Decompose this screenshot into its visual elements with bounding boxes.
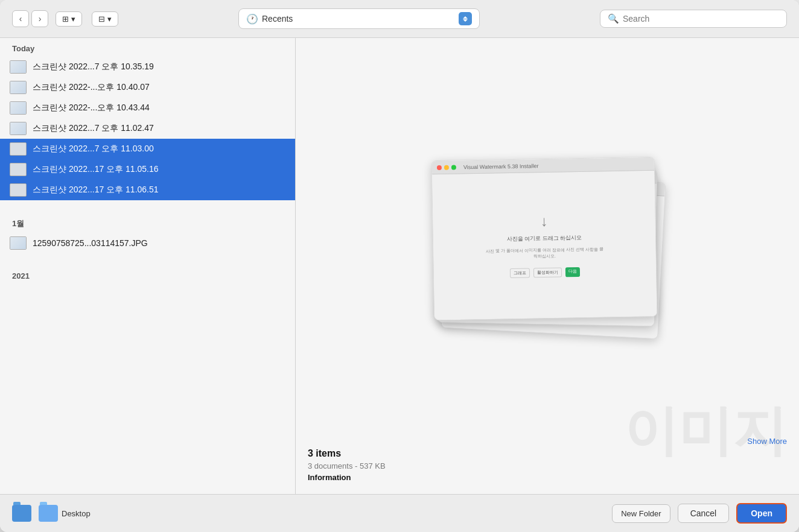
- file-name: 스크린샷 2022...17 오후 11.06.51: [33, 185, 285, 195]
- drag-desc-text: 사진 몇 가 폴더에서 이미지를 여러 장르에 사진 선택 사항을 클릭하십시오…: [484, 246, 605, 260]
- section-january-header: 1월: [0, 212, 295, 233]
- list-item-selected[interactable]: 스크린샷 2022...17 오후 11.06.51: [0, 180, 295, 200]
- view-columns-dropdown-icon: ▾: [71, 14, 75, 24]
- location-bar[interactable]: 🕐 Recents: [238, 8, 480, 29]
- home-folder-icon[interactable]: [12, 505, 31, 522]
- search-bar[interactable]: 🔍: [600, 10, 787, 28]
- items-count: 3 items: [308, 448, 787, 459]
- file-thumbnail: [10, 236, 27, 250]
- file-name: 스크린샷 2022...17 오후 11.05.16: [33, 164, 285, 175]
- file-thumbnail: [10, 142, 27, 156]
- view-columns-icon: ⊞: [62, 14, 69, 24]
- drag-hint-text: 사진을 여기로 드래그 하십시오: [507, 234, 582, 243]
- open-button[interactable]: Open: [736, 503, 787, 524]
- fake-button-2: 활성화하기: [533, 268, 562, 278]
- search-input[interactable]: [623, 14, 779, 24]
- new-folder-button[interactable]: New Folder: [612, 504, 670, 523]
- forward-button[interactable]: ›: [31, 10, 48, 27]
- file-list: Today 스크린샷 2022...7 오후 10.35.19 스크린샷 202…: [0, 38, 295, 494]
- section-today-header: Today: [0, 38, 295, 57]
- section-2021-header: 2021: [0, 265, 295, 284]
- cancel-button[interactable]: Cancel: [678, 504, 730, 523]
- file-name: 12590758725...03114157.JPG: [33, 238, 285, 248]
- desktop-label: Desktop: [62, 509, 91, 518]
- show-more-link[interactable]: Show More: [747, 437, 787, 446]
- desktop-folder-icon: [39, 505, 58, 522]
- list-item-selected[interactable]: 스크린샷 2022...7 오후 11.03.00: [0, 139, 295, 159]
- nav-buttons: ‹ ›: [12, 10, 48, 27]
- file-thumbnail: [10, 81, 27, 94]
- file-name: 스크린샷 2022-...오후 10.43.44: [33, 103, 285, 113]
- preview-info: 3 items 3 documents - 537 KB Information: [308, 442, 787, 482]
- preview-panel: Visual Watermark 5.38 Installer 다음 단계 >: [296, 38, 799, 494]
- fake-badge: 다음: [565, 267, 580, 277]
- search-icon: 🔍: [608, 13, 619, 24]
- list-item[interactable]: 스크린샷 2022...7 오후 11.02.47: [0, 118, 295, 139]
- drag-arrow-icon: ↓: [540, 213, 547, 230]
- list-item-selected[interactable]: 스크린샷 2022...17 오후 11.05.16: [0, 159, 295, 180]
- view-columns-button[interactable]: ⊞ ▾: [56, 11, 82, 27]
- arrow-up-icon: [463, 16, 468, 19]
- main-content: Today 스크린샷 2022...7 오후 10.35.19 스크린샷 202…: [0, 38, 799, 494]
- sidebar-item-desktop[interactable]: Desktop: [39, 505, 91, 522]
- preview-stack: Visual Watermark 5.38 Installer 다음 단계 >: [433, 159, 662, 334]
- back-button[interactable]: ‹: [12, 10, 29, 27]
- view-grid-button[interactable]: ⊟ ▾: [92, 11, 118, 27]
- file-panel: Today 스크린샷 2022...7 오후 10.35.19 스크린샷 202…: [0, 38, 296, 494]
- toolbar: ‹ › ⊞ ▾ ⊟ ▾ 🕐 Recents 🔍: [0, 0, 799, 38]
- view-grid-icon: ⊟: [98, 14, 105, 24]
- file-thumbnail: [10, 183, 27, 197]
- file-name: 스크린샷 2022-...오후 10.40.07: [33, 82, 285, 93]
- file-thumbnail: [10, 122, 27, 135]
- file-thumbnail: [10, 60, 27, 74]
- sidebar-icons: [12, 505, 31, 522]
- list-item[interactable]: 12590758725...03114157.JPG: [0, 233, 295, 253]
- location-text: Recents: [262, 14, 459, 24]
- list-item[interactable]: 스크린샷 2022-...오후 10.40.07: [0, 77, 295, 98]
- open-file-dialog: ‹ › ⊞ ▾ ⊟ ▾ 🕐 Recents 🔍 T: [0, 0, 799, 532]
- arrow-down-icon: [463, 19, 468, 22]
- preview-images: Visual Watermark 5.38 Installer 다음 단계 >: [308, 50, 787, 442]
- location-clock-icon: 🕐: [246, 13, 257, 24]
- information-label: Information: [308, 473, 787, 482]
- file-name: 스크린샷 2022...7 오후 11.02.47: [33, 123, 285, 134]
- bottom-bar: Desktop New Folder Cancel Open: [0, 494, 799, 532]
- location-arrows[interactable]: [459, 12, 472, 25]
- preview-image-front: Visual Watermark 5.38 Installer ↓ 사진을 여기…: [431, 157, 658, 320]
- view-grid-dropdown-icon: ▾: [107, 14, 112, 24]
- file-name: 스크린샷 2022...7 오후 11.03.00: [33, 144, 285, 154]
- file-thumbnail: [10, 101, 27, 115]
- list-item[interactable]: 스크린샷 2022...7 오후 10.35.19: [0, 57, 295, 77]
- file-thumbnail: [10, 163, 27, 176]
- fake-button-1: 그래프: [510, 268, 530, 278]
- file-name: 스크린샷 2022...7 오후 10.35.19: [33, 62, 285, 72]
- items-detail: 3 documents - 537 KB: [308, 461, 787, 470]
- fake-title-front: Visual Watermark 5.38 Installer: [463, 163, 539, 170]
- list-item[interactable]: 스크린샷 2022-...오후 10.43.44: [0, 98, 295, 118]
